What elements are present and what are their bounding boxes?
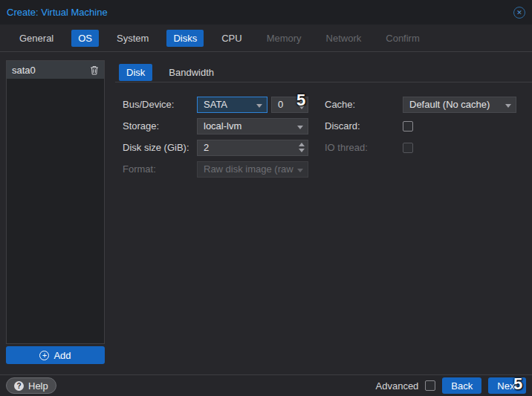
footer-bar: ? Help Advanced Back Next [0, 374, 532, 396]
chevron-down-icon [256, 104, 262, 108]
close-icon[interactable]: ✕ [513, 7, 525, 19]
discard-label: Discard: [325, 120, 403, 132]
discard-row: Discard: [325, 115, 518, 137]
disk-list-panel: sata0 [6, 60, 105, 344]
bus-device-select[interactable]: SATA [197, 97, 267, 113]
device-number-input[interactable]: 0 [271, 97, 308, 113]
tab-cpu[interactable]: CPU [215, 30, 248, 47]
cache-select[interactable]: Default (No cache) [403, 97, 516, 113]
disk-item-label: sata0 [12, 65, 36, 76]
tab-os[interactable]: OS [71, 30, 99, 47]
wizard-tab-bar: General OS System Disks CPU Memory Netwo… [0, 25, 532, 52]
footer-actions: Advanced Back Next [376, 377, 526, 394]
device-number-spinner[interactable] [299, 100, 305, 109]
format-label: Format: [123, 163, 197, 175]
io-thread-label: IO thread: [325, 142, 403, 153]
help-icon: ? [14, 381, 24, 391]
discard-checkbox[interactable] [403, 121, 413, 132]
disk-size-input[interactable]: 2 [197, 140, 308, 156]
next-button[interactable]: Next [488, 377, 526, 394]
add-button-label: Add [53, 350, 71, 361]
title-bar: Create: Virtual Machine ✕ [0, 0, 532, 25]
spinner-down-icon [299, 106, 305, 109]
form-right-column: Cache: Default (No cache) Discard: IO th… [325, 94, 518, 158]
dialog-title: Create: Virtual Machine [7, 7, 108, 18]
disk-list-item-sata0[interactable]: sata0 [7, 61, 104, 79]
help-button[interactable]: ? Help [6, 377, 56, 394]
disk-size-row: Disk size (GiB): 2 [123, 137, 310, 158]
advanced-checkbox[interactable] [425, 380, 435, 391]
cache-value: Default (No cache) [409, 99, 490, 110]
format-row: Format: Raw disk image (raw [123, 158, 310, 180]
subtab-disk[interactable]: Disk [119, 64, 152, 81]
advanced-label: Advanced [376, 380, 419, 392]
bus-device-label: Bus/Device: [123, 99, 197, 110]
disk-size-value: 2 [204, 142, 209, 153]
create-vm-dialog: Create: Virtual Machine ✕ General OS Sys… [0, 0, 532, 396]
spinner-up-icon [299, 143, 305, 146]
tab-general[interactable]: General [13, 30, 60, 47]
tab-confirm: Confirm [379, 30, 426, 47]
storage-value: local-lvm [204, 120, 241, 132]
device-number-value: 0 [278, 99, 283, 110]
tab-network: Network [319, 30, 369, 47]
format-value: Raw disk image (raw [204, 163, 293, 175]
spinner-up-icon [299, 100, 305, 103]
storage-row: Storage: local-lvm [123, 115, 310, 137]
tab-memory: Memory [260, 30, 308, 47]
help-button-label: Help [28, 380, 48, 392]
format-select: Raw disk image (raw [197, 161, 308, 178]
chevron-down-icon [297, 169, 303, 172]
cache-row: Cache: Default (No cache) [325, 94, 518, 115]
bus-device-row: Bus/Device: SATA 0 [123, 94, 310, 115]
disk-size-label: Disk size (GiB): [123, 142, 197, 153]
add-disk-button[interactable]: + Add [6, 346, 105, 364]
add-icon: + [39, 351, 49, 360]
trash-icon [90, 65, 99, 75]
io-thread-row: IO thread: [325, 137, 518, 158]
subtab-bandwidth[interactable]: Bandwidth [161, 64, 221, 81]
tab-system[interactable]: System [110, 30, 155, 47]
delete-disk-button[interactable] [90, 65, 99, 75]
disk-subtab-bar: Disk Bandwidth [115, 62, 532, 82]
chevron-down-icon [297, 126, 303, 129]
back-button[interactable]: Back [442, 377, 481, 394]
tab-disks[interactable]: Disks [166, 30, 204, 47]
storage-label: Storage: [123, 120, 197, 132]
form-left-column: Bus/Device: SATA 0 Storage: local-lvm Di… [123, 94, 310, 180]
chevron-down-icon [505, 104, 511, 108]
spinner-down-icon [299, 149, 305, 152]
io-thread-checkbox [403, 143, 413, 153]
storage-select[interactable]: local-lvm [197, 118, 308, 134]
bus-device-value: SATA [204, 99, 227, 110]
cache-label: Cache: [325, 99, 403, 110]
disk-size-spinner[interactable] [299, 143, 305, 152]
